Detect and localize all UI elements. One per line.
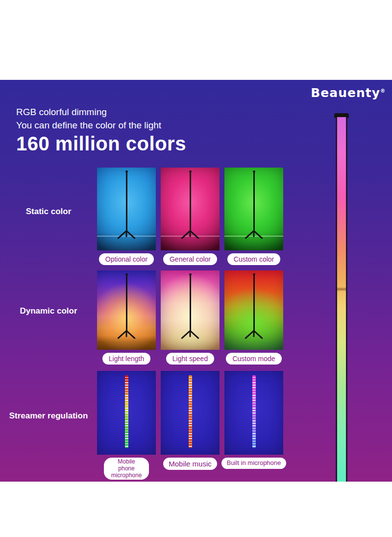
lamp-pole [190,275,191,331]
lamp-leg-center [190,331,191,337]
photo-static-blue-lamp [97,168,156,250]
lamp-leg-right [190,330,199,339]
floor-lamp-silhouette [161,168,220,250]
photo-static-pink-lamp [161,168,220,250]
caption-pill-light-length: Light length [102,353,150,365]
floor-lamp-silhouette [224,270,283,350]
caption-pill-optional-color: Optional color [99,253,154,265]
photo-dynamic-red-green-lamp [224,270,283,350]
photo-meter-pink-blue-strip [224,371,283,455]
lamp-leg-right [253,330,263,339]
photo-dynamic-pink-white-lamp [161,270,220,350]
caption-pill-built-in-microphone: Built in microphone [221,458,287,469]
caption-pill-custom-color: Custom color [227,253,280,265]
thumb-column: Custom color [224,168,283,265]
photo-meter-red-green-strip [97,371,156,455]
photo-meter-orange-strip [161,371,220,455]
floor-lamp-silhouette [97,168,156,250]
caption-pill-mobile-phone-microphone: Mobile phone microphone [104,458,149,480]
lamp-leg-right [126,330,136,339]
floor-lamp-silhouette [161,270,220,350]
lamp-rainbow-tube [336,117,347,482]
lamp-pole [253,172,255,231]
thumb-column: Optional color [97,168,156,265]
lamp-leg-right [126,230,136,239]
caption-pill-custom-mode: Custom mode [226,353,281,365]
registered-trademark-icon: ® [380,88,386,94]
headline: RGB colorful dimming You can define the … [16,105,186,155]
thumb-column: Mobile phone microphone [97,371,156,480]
lamp-pole [253,275,255,331]
photo-dynamic-purple-orange-lamp [97,270,156,350]
thumb-column: Light speed [161,270,220,365]
section-row-static-color: Optional color General color [97,168,283,265]
caption-pill-general-color: General color [163,253,217,265]
photo-static-green-lamp [224,168,283,250]
lamp-pole [126,172,127,231]
headline-line-3: 160 million colors [16,132,186,155]
caption-pill-mobile-music: Mobile music [163,458,217,470]
lamp-leg-right [190,230,199,239]
thumb-column: Light length [97,270,156,365]
section-row-dynamic-color: Light length Light speed [97,270,283,365]
thumb-column: Mobile music [161,371,220,480]
rgb-lamp-product-bar [334,113,349,482]
floor-lamp-silhouette [97,270,156,350]
led-level-meter-strip [189,375,192,448]
floor-lamp-silhouette [224,168,283,250]
thumb-column: General color [161,168,220,265]
section-label-dynamic-color: Dynamic color [0,306,97,316]
thumb-column: Built in microphone [224,371,283,480]
lamp-leg-right [253,230,263,239]
brand-logo: Beauenty® [311,86,386,100]
thumb-column: Custom mode [224,270,283,365]
lamp-pole [190,172,191,231]
section-label-streamer-regulation: Streamer regulation [0,411,97,421]
caption-pill-light-speed: Light speed [166,353,214,365]
lamp-pole [126,275,127,331]
product-poster-image: Beauenty® RGB colorful dimming You can d… [0,0,392,537]
lamp-leg-center [253,231,255,237]
lamp-leg-center [253,331,255,337]
section-row-streamer-regulation: Mobile phone microphone Mobile music Bui… [97,371,283,480]
led-level-meter-strip [252,375,256,448]
lamp-leg-center [126,331,127,337]
lamp-leg-center [190,231,191,237]
brand-name: Beauenty [311,86,380,100]
poster-canvas: Beauenty® RGB colorful dimming You can d… [0,80,392,482]
lamp-leg-center [126,231,127,237]
section-label-static-color: Static color [0,207,97,217]
headline-line-2: You can define the color of the light [16,119,186,132]
headline-line-1: RGB colorful dimming [16,105,186,119]
led-level-meter-strip [125,375,128,448]
